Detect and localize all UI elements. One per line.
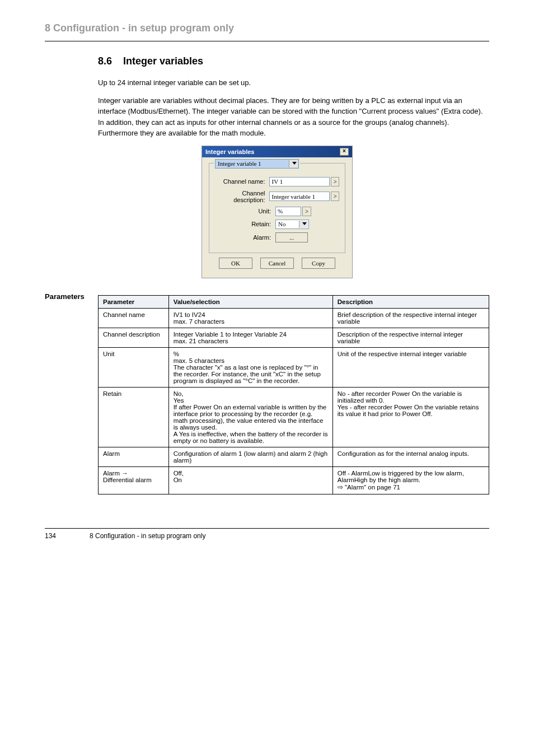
parameters-table: Parameter Value/selection Description Ch… <box>98 295 489 494</box>
param-description-cell: No - after recorder Power On the variabl… <box>332 387 489 447</box>
retain-label: Retain: <box>215 221 275 227</box>
table-header-description: Description <box>332 295 489 308</box>
alarm-button[interactable]: ... <box>275 232 308 242</box>
section-heading: Integer variables <box>123 55 203 67</box>
channel-name-label: Channel name: <box>215 178 269 185</box>
arrow-link-icon: ⇨ <box>338 484 345 491</box>
param-description-cell: Configuration as for the internal analog… <box>332 447 489 466</box>
table-row: Channel nameIV1 to IV24max. 7 characters… <box>99 308 489 328</box>
section-number: 8.6 <box>98 55 112 67</box>
dialog-titlebar: Integer variables × <box>202 146 352 157</box>
ok-button[interactable]: OK <box>219 258 252 269</box>
arrow-right-icon: → <box>121 470 128 477</box>
page-header: 8 Configuration - in setup program only <box>45 22 489 41</box>
variable-selector-value: Integer variable 1 <box>218 160 261 167</box>
unit-input[interactable] <box>275 207 301 216</box>
table-header-parameter: Parameter <box>99 295 169 308</box>
intro-text-2: Integer variable are variables without d… <box>98 95 489 139</box>
param-description-cell: Unit of the respective internal integer … <box>332 347 489 387</box>
page-footer: 134 8 Configuration - in setup program o… <box>45 528 489 540</box>
unit-expand-button[interactable]: > <box>302 207 311 216</box>
param-value-cell: Off,On <box>168 466 332 494</box>
table-heading: Parameters <box>45 292 98 494</box>
intro-text-1: Up to 24 internal integer variable can b… <box>98 77 489 88</box>
param-value-cell: No,YesIf after Power On an external vari… <box>168 387 332 447</box>
dialog-title: Integer variables <box>205 148 340 155</box>
param-name-cell: Alarm <box>99 447 169 466</box>
param-value-cell: Configuration of alarm 1 (low alarm) and… <box>168 447 332 466</box>
integer-variables-dialog: Integer variables × Integer variable 1 C… <box>202 146 353 278</box>
cancel-button[interactable]: Cancel <box>260 258 294 269</box>
param-name-cell: Unit <box>99 347 169 387</box>
param-name-cell: Alarm →Differential alarm <box>99 466 169 494</box>
copy-button[interactable]: Copy <box>302 258 335 269</box>
footer-title: 8 Configuration - in setup program only <box>90 532 489 540</box>
table-header-value: Value/selection <box>168 295 332 308</box>
table-row: AlarmConfiguration of alarm 1 (low alarm… <box>99 447 489 466</box>
table-row: Unit%max. 5 charactersThe character "x" … <box>99 347 489 387</box>
param-value-cell: Integer Variable 1 to Integer Variable 2… <box>168 328 332 347</box>
param-value-cell: IV1 to IV24max. 7 characters <box>168 308 332 328</box>
variable-selector[interactable]: Integer variable 1 <box>215 159 299 169</box>
section-title: 8.6 Integer variables <box>98 55 489 67</box>
param-description-cell: Brief description of the respective inte… <box>332 308 489 328</box>
table-row: RetainNo,YesIf after Power On an externa… <box>99 387 489 447</box>
channel-description-input[interactable] <box>269 192 330 201</box>
close-icon[interactable]: × <box>340 148 349 156</box>
param-description-cell: Off - AlarmLow is triggered by the low a… <box>332 466 489 494</box>
chevron-down-icon <box>302 222 307 225</box>
channel-description-expand-button[interactable]: > <box>331 192 339 201</box>
alarm-label: Alarm: <box>215 234 275 241</box>
param-name-cell: Channel description <box>99 328 169 347</box>
param-value-cell: %max. 5 charactersThe character "x" as a… <box>168 347 332 387</box>
channel-name-input[interactable] <box>269 177 330 186</box>
table-row: Channel descriptionInteger Variable 1 to… <box>99 328 489 347</box>
param-name-cell: Retain <box>99 387 169 447</box>
chevron-down-icon <box>292 162 297 165</box>
unit-label: Unit: <box>215 208 275 214</box>
retain-select[interactable]: No <box>275 220 309 229</box>
page-number: 134 <box>45 532 90 540</box>
channel-description-label: Channel description: <box>215 190 269 203</box>
channel-name-expand-button[interactable]: > <box>331 177 339 186</box>
retain-value: No <box>278 221 285 227</box>
table-row: Alarm →Differential alarmOff,OnOff - Ala… <box>99 466 489 494</box>
param-name-cell: Channel name <box>99 308 169 328</box>
param-description-cell: Description of the respective internal i… <box>332 328 489 347</box>
